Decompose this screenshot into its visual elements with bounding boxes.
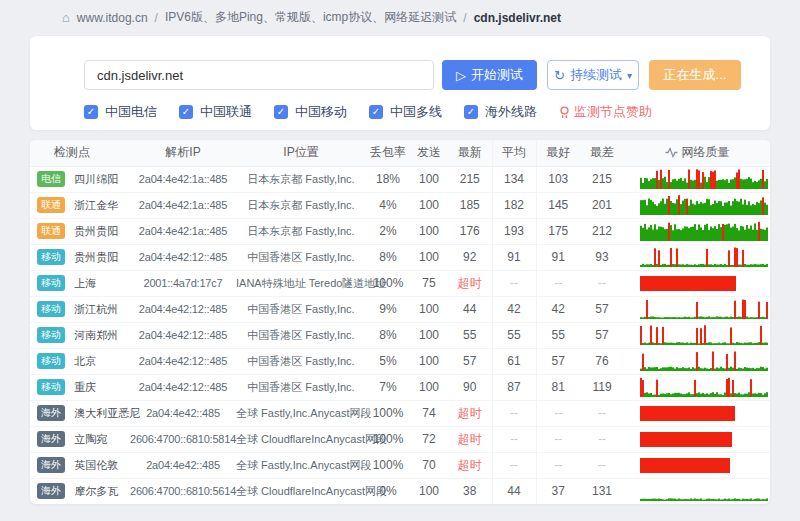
- resolved-ip: 2a04:4e42:12::485: [130, 374, 236, 400]
- checkbox-checked-icon[interactable]: ✓: [179, 105, 193, 119]
- carrier-badge: 海外: [37, 457, 65, 473]
- loss-rate: 18%: [366, 166, 410, 192]
- ip-location: 全球 Fastly,Inc.Anycast网段: [236, 452, 366, 478]
- avg-latency: --: [492, 426, 536, 452]
- filter-item-telecom[interactable]: ✓ 中国电信: [84, 103, 157, 121]
- resolved-ip: 2606:4700::6810:5814: [130, 426, 236, 452]
- best-latency: 42: [536, 296, 580, 322]
- city-label: 英国伦敦: [74, 459, 118, 471]
- city-label: 重庆: [74, 381, 96, 393]
- worst-latency: 201: [580, 192, 624, 218]
- latest-latency: 44: [448, 296, 492, 322]
- sent-count: 70: [410, 452, 448, 478]
- ip-location: 全球 CloudflareIncAnycast网段: [236, 426, 366, 452]
- breadcrumb-site[interactable]: www.itdog.cn: [77, 11, 148, 25]
- filter-item-multiline[interactable]: ✓ 中国多线: [369, 103, 442, 121]
- latest-latency: 38: [448, 478, 492, 504]
- resolved-ip: 2a04:4e42:12::485: [130, 322, 236, 348]
- filter-item-mobile[interactable]: ✓ 中国移动: [274, 103, 347, 121]
- avg-latency: --: [492, 452, 536, 478]
- ip-location: 全球 Fastly,Inc.Anycast网段: [236, 400, 366, 426]
- carrier-badge: 移动: [37, 353, 65, 369]
- checkbox-checked-icon[interactable]: ✓: [464, 105, 478, 119]
- resolved-ip: 2a04:4e42::485: [130, 400, 236, 426]
- start-test-button[interactable]: ▷ 开始测试: [442, 60, 537, 90]
- quality-sparkline: [624, 348, 770, 374]
- best-latency: 57: [536, 348, 580, 374]
- avg-latency: 91: [492, 244, 536, 270]
- carrier-badge: 联通: [37, 223, 65, 239]
- ip-location: 中国香港区 Fastly,Inc.: [236, 348, 366, 374]
- sent-count: 75: [410, 270, 448, 296]
- loss-rate: 8%: [366, 322, 410, 348]
- avg-latency: 61: [492, 348, 536, 374]
- breadcrumb-path: IPV6版、多地Ping、常规版、icmp协议、网络延迟测试: [165, 9, 456, 26]
- host-input[interactable]: [84, 60, 434, 90]
- quality-sparkline: [624, 296, 770, 322]
- filter-item-overseas[interactable]: ✓ 海外线路: [464, 103, 537, 121]
- city-label: 摩尔多瓦: [74, 485, 118, 497]
- resolved-ip: 2a04:4e42:12::485: [130, 348, 236, 374]
- checkbox-checked-icon[interactable]: ✓: [274, 105, 288, 119]
- table-row: 联通 浙江金华 2a04:4e42:1a::485 日本东京都 Fastly,I…: [30, 192, 770, 218]
- sent-count: 74: [410, 400, 448, 426]
- best-latency: 175: [536, 218, 580, 244]
- carrier-badge: 移动: [37, 327, 65, 343]
- quality-sparkline: [624, 478, 770, 504]
- column-header-resolved-ip: 解析IP: [130, 140, 236, 166]
- latest-latency: 176: [448, 218, 492, 244]
- ip-location: 全球 CloudflareIncAnycast网段: [236, 478, 366, 504]
- best-latency: --: [536, 400, 580, 426]
- continuous-test-button[interactable]: ↻ 持续测试 ▾: [547, 60, 639, 90]
- ip-location: 日本东京都 Fastly,Inc.: [236, 218, 366, 244]
- sent-count: 100: [410, 296, 448, 322]
- best-latency: 91: [536, 244, 580, 270]
- loss-rate: 9%: [366, 296, 410, 322]
- best-latency: --: [536, 452, 580, 478]
- results-card: 检测点 解析IP IP位置 丢包率 发送 最新 平均 最好 最差 网络质量 电信…: [30, 140, 770, 504]
- best-latency: 103: [536, 166, 580, 192]
- search-card: ▷ 开始测试 ↻ 持续测试 ▾ 正在生成... ✓ 中国电信 ✓ 中国联通 ✓ …: [30, 36, 770, 130]
- sent-count: 72: [410, 426, 448, 452]
- column-header-quality: 网络质量: [624, 140, 770, 166]
- worst-latency: --: [580, 270, 624, 296]
- table-row: 海外 澳大利亚悉尼 2a04:4e42::485 全球 Fastly,Inc.A…: [30, 400, 770, 426]
- loss-rate: 5%: [366, 348, 410, 374]
- search-row: ▷ 开始测试 ↻ 持续测试 ▾ 正在生成...: [30, 36, 770, 90]
- avg-latency: 193: [492, 218, 536, 244]
- checkbox-checked-icon[interactable]: ✓: [84, 105, 98, 119]
- carrier-badge: 电信: [37, 171, 65, 187]
- sent-count: 100: [410, 478, 448, 504]
- best-latency: --: [536, 270, 580, 296]
- sent-count: 100: [410, 244, 448, 270]
- ip-location: 中国香港区 Fastly,Inc.: [236, 244, 366, 270]
- ip-location: 日本东京都 Fastly,Inc.: [236, 166, 366, 192]
- table-row: 联通 贵州贵阳 2a04:4e42:1a::485 日本东京都 Fastly,I…: [30, 218, 770, 244]
- table-row: 移动 重庆 2a04:4e42:12::485 中国香港区 Fastly,Inc…: [30, 374, 770, 400]
- city-label: 立陶宛: [74, 433, 107, 445]
- quality-sparkline: [624, 426, 770, 452]
- worst-latency: 57: [580, 296, 624, 322]
- city-label: 贵州贵阳: [74, 251, 118, 263]
- city-label: 北京: [74, 355, 96, 367]
- checkbox-checked-icon[interactable]: ✓: [369, 105, 383, 119]
- generating-button[interactable]: 正在生成...: [649, 60, 741, 90]
- quality-sparkline: [624, 192, 770, 218]
- resolved-ip: 2a04:4e42:1a::485: [130, 218, 236, 244]
- filter-item-unicom[interactable]: ✓ 中国联通: [179, 103, 252, 121]
- quality-sparkline: [624, 322, 770, 348]
- breadcrumb: ⌂ www.itdog.cn / IPV6版、多地Ping、常规版、icmp协议…: [0, 0, 800, 26]
- sponsor-icon: [559, 106, 570, 119]
- resolved-ip: 2a04:4e42:1a::485: [130, 166, 236, 192]
- results-table: 检测点 解析IP IP位置 丢包率 发送 最新 平均 最好 最差 网络质量 电信…: [30, 140, 770, 504]
- column-header-latest: 最新: [448, 140, 492, 166]
- avg-latency: --: [492, 400, 536, 426]
- latest-latency: 90: [448, 374, 492, 400]
- quality-sparkline: [624, 166, 770, 192]
- city-label: 四川绵阳: [74, 173, 118, 185]
- sponsor-link[interactable]: 监测节点赞助: [559, 103, 652, 121]
- table-row: 海外 摩尔多瓦 2606:4700::6810:5614 全球 Cloudfla…: [30, 478, 770, 504]
- sent-count: 100: [410, 322, 448, 348]
- breadcrumb-separator: /: [155, 11, 158, 25]
- latest-latency: 92: [448, 244, 492, 270]
